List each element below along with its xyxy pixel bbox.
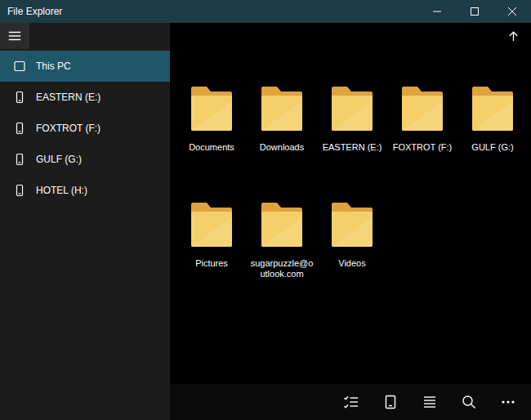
sidebar-item-label: GULF (G:) bbox=[36, 154, 82, 165]
folder-label: Pictures bbox=[195, 258, 228, 269]
folder-label: Documents bbox=[189, 142, 234, 153]
more-button[interactable] bbox=[489, 384, 528, 420]
folder-label: sugarpuzzle@outlook.com bbox=[248, 258, 315, 279]
drive-icon bbox=[13, 91, 26, 104]
sidebar-item-this-pc[interactable]: This PC bbox=[0, 51, 170, 82]
window-controls bbox=[418, 0, 531, 23]
folder-icon bbox=[399, 77, 445, 139]
sidebar-item-eastern-e[interactable]: EASTERN (E:) bbox=[0, 82, 170, 113]
sidebar-item-gulf-g[interactable]: GULF (G:) bbox=[0, 144, 170, 175]
folder-icon bbox=[329, 193, 375, 255]
sidebar-item-label: EASTERN (E:) bbox=[36, 92, 100, 103]
search-button[interactable] bbox=[449, 384, 489, 420]
folder-grid: Documents Downloads EASTERN (E:) bbox=[170, 49, 531, 384]
folder-icon bbox=[189, 77, 234, 139]
folder-item-pictures[interactable]: Pictures bbox=[176, 193, 247, 309]
sidebar-item-label: FOXTROT (F:) bbox=[36, 123, 100, 134]
window-title: File Explorer bbox=[0, 6, 418, 17]
topbar bbox=[170, 23, 531, 49]
minimize-icon bbox=[433, 7, 441, 16]
list-view-icon bbox=[422, 394, 438, 410]
hamburger-menu-button[interactable] bbox=[0, 23, 29, 49]
folder-label: Videos bbox=[338, 258, 365, 269]
list-view-button[interactable] bbox=[410, 384, 449, 420]
minimize-button[interactable] bbox=[418, 0, 456, 23]
sidebar-item-label: HOTEL (H:) bbox=[36, 185, 87, 196]
folder-item-eastern-e[interactable]: EASTERN (E:) bbox=[317, 77, 387, 193]
folder-icon bbox=[259, 77, 305, 139]
folder-item-downloads[interactable]: Downloads bbox=[247, 77, 317, 193]
pc-icon bbox=[13, 60, 26, 73]
content-column: Documents Downloads EASTERN (E:) bbox=[170, 23, 531, 420]
folder-label: GULF (G:) bbox=[471, 142, 513, 153]
folder-icon bbox=[259, 193, 305, 255]
hamburger-menu-icon bbox=[7, 29, 22, 43]
main-area: This PC EASTERN (E:) FOXTROT (F:) GULF (… bbox=[0, 23, 531, 420]
drive-icon bbox=[13, 153, 26, 166]
sidebar-item-label: This PC bbox=[36, 60, 71, 72]
multi-select-icon bbox=[343, 394, 359, 410]
folder-icon bbox=[329, 77, 375, 139]
sidebar: This PC EASTERN (E:) FOXTROT (F:) GULF (… bbox=[0, 23, 170, 420]
device-icon bbox=[382, 394, 399, 410]
maximize-button[interactable] bbox=[456, 0, 493, 23]
device-view-button[interactable] bbox=[371, 384, 410, 420]
folder-item-sugarpuzzle-outlook-com[interactable]: sugarpuzzle@outlook.com bbox=[247, 193, 317, 309]
search-icon bbox=[461, 394, 477, 410]
sidebar-item-foxtrot-f[interactable]: FOXTROT (F:) bbox=[0, 113, 170, 144]
up-button[interactable] bbox=[495, 23, 531, 49]
drive-icon bbox=[13, 184, 26, 197]
file-explorer-window: File Explorer This PC bbox=[0, 0, 531, 420]
folder-item-foxtrot-f[interactable]: FOXTROT (F:) bbox=[387, 77, 457, 193]
folder-label: EASTERN (E:) bbox=[323, 142, 382, 153]
sidebar-nav-list: This PC EASTERN (E:) FOXTROT (F:) GULF (… bbox=[0, 51, 170, 206]
folder-label: FOXTROT (F:) bbox=[393, 142, 453, 153]
folder-label: Downloads bbox=[260, 142, 304, 153]
more-icon bbox=[500, 394, 516, 410]
sidebar-item-hotel-h[interactable]: HOTEL (H:) bbox=[0, 175, 170, 206]
multi-select-button[interactable] bbox=[332, 384, 371, 420]
drive-icon bbox=[13, 122, 26, 135]
close-button[interactable] bbox=[493, 0, 531, 23]
close-icon bbox=[508, 7, 516, 16]
command-bar bbox=[170, 384, 531, 420]
folder-icon bbox=[470, 77, 515, 139]
up-arrow-icon bbox=[506, 29, 520, 43]
folder-item-videos[interactable]: Videos bbox=[317, 193, 387, 309]
folder-item-documents[interactable]: Documents bbox=[176, 77, 247, 193]
titlebar: File Explorer bbox=[0, 0, 531, 23]
folder-item-gulf-g[interactable]: GULF (G:) bbox=[457, 77, 528, 193]
maximize-icon bbox=[471, 7, 479, 16]
folder-icon bbox=[189, 193, 234, 255]
